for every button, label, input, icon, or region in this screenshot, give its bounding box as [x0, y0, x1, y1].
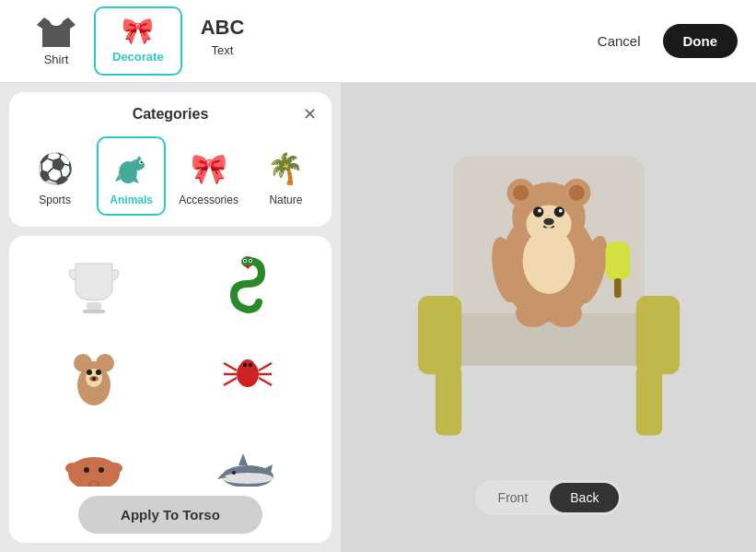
shark-svg [215, 444, 280, 487]
animal-item-spider[interactable] [174, 337, 320, 420]
abc-icon: ABC [201, 16, 245, 40]
svg-point-21 [240, 359, 255, 374]
view-toggle: Front Back [475, 480, 622, 515]
svg-point-22 [243, 363, 247, 367]
svg-line-29 [259, 378, 272, 385]
tab-decorate-label: Decorate [112, 50, 164, 64]
category-item-animals[interactable]: Animals [97, 136, 166, 216]
svg-point-36 [99, 467, 104, 473]
svg-point-60 [558, 208, 562, 212]
animals-scroll [9, 236, 331, 487]
svg-line-24 [224, 363, 237, 370]
svg-point-57 [532, 206, 542, 217]
tab-decorate[interactable]: 🎀 Decorate [94, 6, 182, 76]
animals-grid-container: Apply To Torso [9, 236, 331, 543]
accessories-icon: 🎀 [186, 146, 232, 192]
svg-rect-5 [83, 310, 105, 313]
tab-shirt-label: Shirt [44, 53, 69, 66]
svg-point-31 [65, 463, 80, 474]
pig-svg [62, 444, 126, 487]
svg-point-23 [249, 363, 252, 367]
animal-item-snake[interactable] [174, 247, 320, 330]
svg-point-67 [516, 299, 551, 326]
svg-point-58 [553, 206, 564, 217]
svg-point-61 [543, 217, 553, 225]
sports-icon: ⚽ [32, 146, 78, 192]
svg-point-19 [92, 377, 96, 381]
svg-point-9 [244, 260, 246, 262]
categories-grid: ⚽ Sports [20, 136, 320, 216]
close-categories-button[interactable]: ✕ [298, 103, 320, 125]
category-label-nature: Nature [269, 194, 302, 206]
svg-rect-64 [605, 241, 630, 280]
preview-container [374, 121, 724, 471]
svg-point-59 [538, 208, 541, 212]
dinosaur-svg [110, 147, 154, 191]
back-view-button[interactable]: Back [550, 483, 619, 512]
svg-point-54 [513, 184, 529, 200]
svg-rect-48 [435, 365, 460, 435]
svg-line-27 [259, 363, 272, 370]
svg-point-3 [140, 161, 142, 163]
svg-point-17 [96, 370, 101, 375]
category-label-accessories: Accessories [179, 194, 238, 206]
right-panel: Front Back [341, 83, 756, 552]
svg-line-26 [224, 378, 237, 385]
main-content: Categories ✕ ⚽ Sports [0, 83, 756, 552]
done-button[interactable]: Done [663, 24, 739, 58]
shirt-icon [37, 16, 76, 49]
top-bar-actions: Cancel Done [587, 24, 738, 58]
front-view-button[interactable]: Front [478, 483, 549, 512]
animal-item-trophy[interactable] [20, 247, 167, 330]
tab-group: Shirt 🎀 Decorate ABC Text [18, 6, 262, 76]
chair-preview-svg [383, 130, 715, 462]
svg-point-68 [547, 299, 582, 326]
categories-title: Categories [42, 106, 298, 123]
apply-to-torso-button[interactable]: Apply To Torso [78, 496, 262, 534]
tab-text-label: Text [212, 43, 234, 57]
svg-point-35 [84, 467, 89, 473]
bow-icon: 🎀 [122, 16, 154, 46]
svg-point-10 [250, 260, 251, 262]
animal-item-bear[interactable] [20, 337, 167, 420]
svg-rect-47 [635, 296, 679, 374]
animal-item-pig[interactable] [20, 428, 167, 487]
svg-point-32 [108, 463, 122, 474]
svg-rect-65 [614, 278, 622, 298]
svg-point-38 [222, 473, 273, 484]
category-item-nature[interactable]: 🌴 Nature [251, 136, 320, 216]
animal-item-shark[interactable] [174, 428, 320, 487]
svg-rect-49 [635, 365, 661, 435]
svg-point-1 [130, 159, 145, 170]
cancel-button[interactable]: Cancel [587, 26, 652, 56]
svg-point-62 [522, 228, 575, 294]
category-item-sports[interactable]: ⚽ Sports [20, 136, 89, 216]
svg-point-39 [232, 471, 236, 475]
category-label-sports: Sports [39, 194, 71, 206]
svg-point-55 [568, 184, 584, 200]
apply-btn-container: Apply To Torso [9, 487, 331, 543]
categories-header: Categories ✕ [20, 103, 320, 125]
svg-point-16 [87, 370, 92, 375]
animals-icon [109, 146, 155, 192]
categories-panel: Categories ✕ ⚽ Sports [9, 92, 331, 227]
nature-icon: 🌴 [262, 146, 308, 192]
spider-svg [220, 346, 275, 411]
tab-shirt[interactable]: Shirt [18, 6, 94, 76]
bear-svg [66, 346, 122, 411]
tab-text[interactable]: ABC Text [182, 6, 263, 76]
trophy-snake-svg [66, 256, 122, 321]
top-bar: Shirt 🎀 Decorate ABC Text Cancel Done [0, 0, 756, 83]
left-panel: Categories ✕ ⚽ Sports [0, 83, 341, 552]
svg-rect-4 [87, 302, 101, 310]
category-label-animals: Animals [110, 194, 153, 206]
snake-svg [220, 256, 275, 321]
category-item-accessories[interactable]: 🎀 Accessories [173, 136, 244, 216]
svg-rect-46 [417, 296, 460, 374]
